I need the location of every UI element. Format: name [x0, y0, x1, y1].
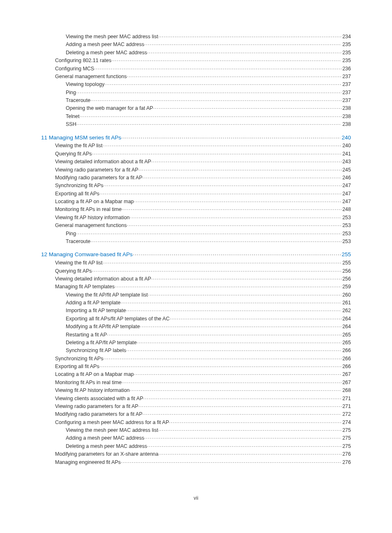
toc-entry-title: Monitoring fit APs in real time: [55, 379, 122, 387]
toc-entry-page: 247: [341, 198, 351, 206]
toc-entry-page: 268: [341, 387, 351, 394]
toc-leader-dots: [134, 198, 342, 206]
toc-entry: Locating a fit AP on a Mapbar map 247: [41, 198, 351, 206]
toc-leader-dots: [92, 267, 342, 275]
toc-entry-page: 246: [341, 174, 351, 182]
toc-entry: Viewing the fit AP list 240: [41, 142, 351, 150]
toc-entry-page: 265: [341, 339, 351, 347]
toc-entry-page: 236: [341, 65, 351, 73]
toc-leader-dots: [159, 450, 342, 458]
toc-entry-title: Viewing radio parameters for a fit AP: [55, 403, 138, 410]
toc-leader-dots: [144, 41, 341, 49]
toc-entry-title: Managing engineered fit APs: [55, 459, 121, 466]
toc-entry-title: Deleting a fit AP/fit AP template: [66, 339, 137, 347]
toc-entry-title: Deleting a mesh peer MAC address: [66, 49, 147, 57]
toc-entry: Viewing the mesh peer MAC address list 2…: [41, 426, 351, 434]
toc-entry-page: 275: [341, 426, 351, 434]
toc-entry: Synchronizing fit APs 266: [41, 355, 351, 363]
toc-entry-title: SSH: [66, 121, 76, 128]
toc-entry-page: 245: [341, 166, 351, 174]
toc-leader-dots: [143, 395, 341, 403]
toc-leader-dots: [134, 371, 342, 378]
toc-entry-title: Adding a mesh peer MAC address: [66, 434, 144, 442]
toc-entry-page: 260: [341, 291, 351, 299]
toc-entry[interactable]: 11 Managing MSM series fit APs 240: [41, 134, 351, 142]
toc-entry: Managing fit AP templates 259: [41, 283, 351, 291]
toc-entry: Adding a fit AP template 261: [41, 299, 351, 307]
toc-entry-page: 238: [341, 104, 351, 112]
toc-entry-title: Modifying radio parameters for a fit AP: [55, 174, 143, 182]
toc-entry-page: 237: [341, 97, 351, 104]
toc-entry-page: 275: [341, 443, 351, 450]
toc-leader-dots: [90, 97, 341, 104]
toc-entry-page: 247: [341, 182, 351, 190]
toc-leader-dots: [169, 419, 341, 426]
toc-entry: Exporting all fit APs 266: [41, 363, 351, 371]
toc-entry-page: 237: [341, 73, 351, 81]
toc-leader-dots: [76, 89, 341, 97]
toc-leader-dots: [148, 291, 341, 299]
toc-entry: Telnet 238: [41, 113, 351, 121]
toc-entry-page: 253: [341, 214, 351, 222]
toc-leader-dots: [76, 121, 341, 128]
toc-leader-dots: [99, 190, 341, 198]
toc-entry-title[interactable]: 12 Managing Comware-based fit APs: [41, 250, 133, 259]
toc-entry: Modifying radio parameters for a fit AP …: [41, 174, 351, 182]
toc-entry-page: 267: [341, 371, 351, 378]
toc-leader-dots: [103, 355, 341, 363]
toc-entry-page: 266: [341, 355, 351, 363]
toc-entry-title: Viewing the fit AP/fit AP template list: [66, 291, 148, 299]
toc-leader-dots: [127, 73, 341, 81]
toc-entry: Traceroute 253: [41, 238, 351, 246]
toc-entry: Configuring a mesh peer MAC address for …: [41, 419, 351, 426]
toc-entry-title: Viewing the fit AP list: [55, 259, 103, 267]
toc-entry-page: 272: [341, 410, 351, 418]
toc-leader-dots: [151, 275, 341, 283]
toc-entry-page: 243: [341, 158, 351, 166]
toc-entry: Deleting a mesh peer MAC address 275: [41, 443, 351, 450]
toc-entry-title: Querying fit APs: [55, 150, 92, 158]
toc-entry: Querying fit APs 256: [41, 267, 351, 275]
toc-leader-dots: [122, 379, 341, 387]
toc-leader-dots: [103, 142, 342, 150]
toc-entry-title: Exporting all fit APs/fit AP templates o…: [66, 315, 170, 323]
toc-entry-page[interactable]: 255: [341, 250, 351, 259]
toc-entry-title: Monitoring fit APs in real time: [55, 206, 122, 213]
toc-leader-dots: [170, 315, 341, 323]
toc-leader-dots: [115, 283, 341, 291]
toc-entry-page: 261: [341, 299, 351, 307]
toc-entry: Viewing the fit AP/fit AP template list …: [41, 291, 351, 299]
toc-entry-title[interactable]: 11 Managing MSM series fit APs: [41, 134, 121, 142]
toc-entry-title: Viewing fit AP history information: [55, 214, 130, 222]
toc-entry: Viewing fit AP history information 253: [41, 214, 351, 222]
toc-entry-page: 264: [341, 315, 351, 323]
toc-entry-title: Viewing detailed information about a fit…: [55, 158, 151, 166]
toc-entry-title: Viewing detailed information about a fit…: [55, 275, 151, 283]
toc-entry-page: 237: [341, 89, 351, 97]
toc-entry-title: Deleting a mesh peer MAC address: [66, 443, 147, 450]
toc-entry-page[interactable]: 240: [341, 134, 351, 142]
toc-entry-page: 235: [341, 57, 351, 65]
toc-entry-title: Querying fit APs: [55, 267, 92, 275]
toc-entry-page: 276: [341, 450, 351, 458]
toc-entry: Viewing the mesh peer MAC address list 2…: [41, 33, 351, 41]
toc-entry-page: 259: [341, 283, 351, 291]
toc-entry-page: 267: [341, 379, 351, 387]
toc-leader-dots: [130, 214, 342, 222]
toc-entry-title: General management functions: [55, 73, 127, 81]
toc-entry-page: 238: [341, 121, 351, 128]
toc-entry-title: Exporting all fit APs: [55, 190, 99, 198]
toc-leader-dots: [137, 339, 341, 347]
toc-entry: Traceroute 237: [41, 97, 351, 104]
toc-entry-page: 238: [341, 113, 351, 121]
toc-entry-page: 256: [341, 267, 351, 275]
toc-entry[interactable]: 12 Managing Comware-based fit APs 255: [41, 250, 351, 259]
toc-leader-dots: [94, 65, 341, 73]
toc-leader-dots: [126, 347, 341, 355]
toc-entry: Synchronizing fit APs 247: [41, 182, 351, 190]
toc-leader-dots: [121, 459, 341, 466]
toc-entry: Opening the web manager for a fat AP 238: [41, 104, 351, 112]
toc-leader-dots: [140, 323, 341, 331]
toc-block: 11 Managing MSM series fit APs 240Viewin…: [41, 134, 351, 246]
toc-entry-page: 271: [341, 403, 351, 410]
